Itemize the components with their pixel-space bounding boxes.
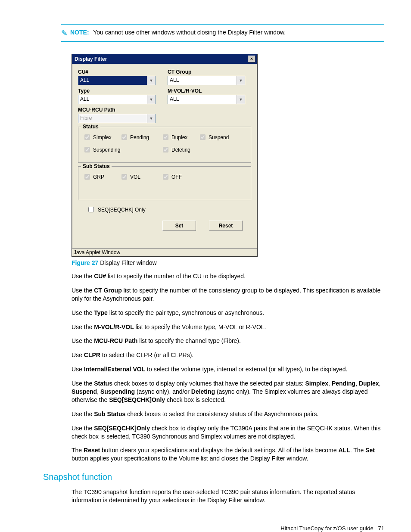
suspend-checkbox[interactable]: Suspend bbox=[198, 133, 235, 141]
note-icon: ✎ bbox=[61, 29, 68, 37]
para-mvolrvol: Use the M-VOL/R-VOL list to specify the … bbox=[72, 323, 384, 331]
mvolrvol-label: M-VOL/R-VOL bbox=[168, 88, 249, 94]
suspending-checkbox[interactable]: Suspending bbox=[83, 146, 161, 154]
simplex-checkbox[interactable]: Simplex bbox=[83, 133, 120, 141]
para-mcurcu: Use the MCU-RCU Path list to specify the… bbox=[72, 337, 384, 345]
note-label: NOTE: bbox=[70, 29, 89, 36]
para-cu: Use the CU# list to specify the number o… bbox=[72, 272, 384, 280]
para-seqonly: Use the SEQ[SEQCHK]Only check box to dis… bbox=[72, 424, 384, 441]
figure-caption: Figure 27 Display Filter window bbox=[72, 259, 384, 266]
chevron-down-icon[interactable]: ▼ bbox=[147, 76, 155, 85]
reset-button[interactable]: Reset bbox=[209, 221, 243, 231]
applet-footer: Java Applet Window bbox=[72, 248, 257, 256]
section-text: The TC390 snapshot function reports the … bbox=[72, 488, 384, 504]
mcurcu-label: MCU-RCU Path bbox=[78, 107, 160, 113]
note-text: You cannot use other windows without clo… bbox=[93, 29, 286, 36]
set-button[interactable]: Set bbox=[162, 221, 196, 231]
para-reset-set: The Reset button clears your specificati… bbox=[72, 446, 384, 463]
cu-label: CU# bbox=[78, 69, 160, 75]
chevron-down-icon[interactable]: ▼ bbox=[147, 95, 155, 104]
seqonly-checkbox[interactable] bbox=[88, 207, 94, 212]
mvolrvol-combo[interactable]: ALL ▼ bbox=[168, 95, 245, 104]
display-filter-dialog: Display Filter × CU# ALL ▼ CT Group bbox=[72, 54, 258, 257]
type-label: Type bbox=[78, 88, 160, 94]
ctgroup-label: CT Group bbox=[168, 69, 249, 75]
section-heading: Snapshot function bbox=[43, 472, 384, 482]
pending-checkbox[interactable]: Pending bbox=[120, 133, 161, 141]
status-title: Status bbox=[81, 124, 100, 130]
vol-checkbox[interactable]: VOL bbox=[120, 173, 161, 181]
off-checkbox[interactable]: OFF bbox=[161, 173, 198, 181]
substatus-group: Sub Status GRP VOL OFF bbox=[78, 166, 251, 200]
ctgroup-combo[interactable]: ALL ▼ bbox=[168, 76, 245, 85]
para-intext: Use Internal/External VOL to select the … bbox=[72, 365, 384, 373]
close-icon[interactable]: × bbox=[248, 56, 255, 62]
para-status: Use the Status check boxes to display on… bbox=[72, 380, 384, 404]
dialog-title: Display Filter bbox=[75, 56, 107, 62]
para-substatus: Use the Sub Status check boxes to select… bbox=[72, 410, 384, 418]
note-block: ✎ NOTE: You cannot use other windows wit… bbox=[61, 24, 384, 42]
grp-checkbox[interactable]: GRP bbox=[83, 173, 120, 181]
duplex-checkbox[interactable]: Duplex bbox=[161, 133, 198, 141]
status-group: Status Simplex Pending Duplex Suspend Su… bbox=[78, 127, 251, 163]
para-clpr: Use CLPR to select the CLPR (or all CLPR… bbox=[72, 351, 384, 359]
chevron-down-icon[interactable]: ▼ bbox=[237, 95, 245, 104]
dialog-titlebar[interactable]: Display Filter × bbox=[72, 54, 257, 64]
page-footer: Hitachi TrueCopy for z/OS user guide 71 bbox=[27, 525, 384, 532]
chevron-down-icon[interactable]: ▼ bbox=[147, 114, 155, 123]
type-combo[interactable]: ALL ▼ bbox=[78, 95, 156, 104]
mcurcu-combo[interactable]: Fibre ▼ bbox=[78, 114, 156, 123]
para-type: Use the Type list to specify the pair ty… bbox=[72, 309, 384, 317]
chevron-down-icon[interactable]: ▼ bbox=[237, 76, 245, 85]
substatus-title: Sub Status bbox=[81, 163, 112, 169]
deleting-checkbox[interactable]: Deleting bbox=[161, 146, 198, 154]
seqonly-label: SEQ[SEQCHK] Only bbox=[98, 207, 146, 213]
cu-combo[interactable]: ALL ▼ bbox=[78, 76, 156, 85]
para-ctgroup: Use the CT Group list to specify the num… bbox=[72, 286, 384, 303]
